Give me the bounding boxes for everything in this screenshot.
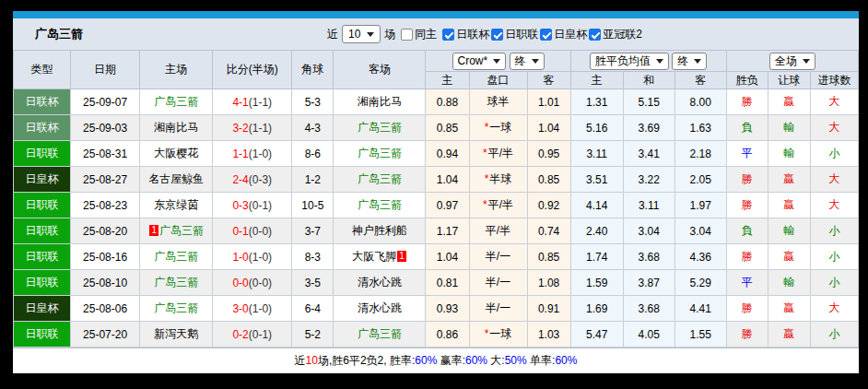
table-row: 日职联25-08-23东京绿茵0-3(0-1)10-5广岛三箭0.97*平/半0… (14, 193, 859, 218)
chevron-down-icon (367, 32, 374, 37)
team-name[interactable]: 神户胜利船 (352, 224, 407, 237)
cell-handicap-home: 0.81 (426, 270, 469, 296)
cell-score: 1-1(1-0) (213, 141, 292, 167)
col-date: 日期 (71, 51, 140, 89)
filter-checkbox[interactable] (491, 29, 503, 41)
team-name[interactable]: 大阪樱花 (154, 147, 198, 159)
cell-result-handicap: 贏 (768, 167, 810, 193)
cell-handicap-home: 0.86 (426, 322, 469, 348)
scope-select[interactable]: 全场 (769, 53, 815, 70)
line-changed-marker: * (483, 198, 487, 211)
cell-handicap-away: 1.04 (527, 115, 570, 141)
subcol-handicap-away: 客 (527, 72, 570, 89)
cell-handicap-home: 1.04 (426, 167, 469, 193)
cell-handicap-away: 0.92 (527, 193, 570, 218)
table-row: 日联杯25-09-07广岛三箭4-1(1-1)5-3湘南比马0.88球半1.01… (14, 89, 859, 115)
cell-score: 3-2(1-1) (213, 115, 292, 141)
accent-bar (13, 11, 859, 18)
team-name[interactable]: 广岛三箭 (358, 121, 402, 134)
cell-score: 0-2(0-1) (213, 322, 292, 348)
team-name[interactable]: 新泻天鹅 (154, 327, 198, 340)
cell-handicap-line: 平/半 (469, 218, 527, 244)
team-name[interactable]: 名古屋鲸鱼 (148, 172, 204, 185)
recent-count-select[interactable]: 10 (342, 25, 381, 43)
title-bar: 广岛三箭 近 10 场 同主 日联杯日职联日皇杯亚冠联2 (13, 18, 859, 50)
cell-result-handicap: 贏 (768, 322, 810, 348)
team-name[interactable]: 东京绿茵 (154, 198, 198, 211)
filter-checkbox[interactable] (442, 29, 454, 41)
subcol-avg-away: 客 (674, 72, 726, 89)
cell-away-team: 大阪飞脚1 (334, 244, 426, 270)
team-name[interactable]: 清水心跳 (358, 301, 402, 314)
team-name[interactable]: 广岛三箭 (154, 276, 198, 289)
team-name[interactable]: 广岛三箭 (154, 301, 198, 314)
cell-date: 25-08-10 (71, 270, 140, 296)
cell-avg-home: 4.14 (570, 193, 623, 218)
team-name[interactable]: 广岛三箭 (358, 147, 402, 159)
handicap-state-select[interactable]: 终 (510, 53, 545, 70)
avg-state-select[interactable]: 终 (672, 53, 707, 70)
cell-handicap-line: 半/一 (469, 270, 527, 296)
cell-date: 25-08-20 (71, 218, 140, 244)
cell-date: 25-08-27 (71, 167, 140, 193)
cell-avg-away: 5.29 (674, 270, 726, 296)
cell-corner: 1-2 (292, 167, 334, 193)
team-name[interactable]: 大阪飞脚 (352, 250, 396, 263)
filter-label: 日联杯 (456, 27, 489, 42)
half-score: (1-1) (249, 96, 272, 109)
cell-away-team: 清水心跳 (334, 270, 426, 296)
filter-checkbox[interactable] (540, 29, 552, 41)
filter-checkbox[interactable] (589, 29, 601, 41)
cell-result-goals: 大 (810, 89, 858, 115)
cell-home-team: 1广岛三箭 (140, 218, 213, 244)
handicap-group-header: Crow* 终 (426, 51, 570, 72)
cell-date: 25-08-06 (71, 296, 140, 322)
cell-league-type: 日联杯 (14, 115, 71, 141)
cell-handicap-line: *一球 (469, 322, 527, 348)
cell-away-team: 清水心跳 (334, 296, 426, 322)
cell-result-handicap: 贏 (768, 296, 810, 322)
cell-home-team: 广岛三箭 (140, 244, 213, 270)
cell-away-team: 广岛三箭 (334, 115, 426, 141)
league-filter-item: 亚冠联2 (589, 27, 642, 42)
cell-corner: 8-6 (292, 141, 334, 167)
full-score: 0-0 (232, 277, 248, 289)
full-score: 2-4 (232, 173, 248, 186)
cell-league-type: 日职联 (14, 141, 71, 167)
team-name[interactable]: 湘南比马 (358, 95, 402, 108)
cell-avg-draw: 3.68 (623, 296, 674, 322)
cell-result-handicap: 贏 (768, 89, 810, 115)
team-name[interactable]: 广岛三箭 (154, 250, 198, 263)
team-name[interactable]: 广岛三箭 (154, 95, 198, 108)
cell-avg-home: 5.47 (570, 322, 623, 348)
cell-date: 25-07-20 (71, 322, 140, 348)
team-name[interactable]: 广岛三箭 (159, 224, 204, 237)
cell-home-team: 广岛三箭 (140, 296, 213, 322)
recent-prefix-label: 近 (327, 27, 338, 42)
full-score: 4-1 (232, 96, 248, 109)
team-name[interactable]: 清水心跳 (358, 276, 402, 289)
team-name[interactable]: 广岛三箭 (358, 327, 402, 340)
cell-handicap-home: 0.85 (426, 115, 469, 141)
cell-result-goals: 小 (810, 270, 858, 296)
rank-badge: 1 (397, 251, 406, 262)
cell-result-goals: 大 (810, 115, 858, 141)
cell-corner: 3-5 (292, 270, 334, 296)
same-home-checkbox[interactable] (401, 29, 413, 41)
cell-avg-home: 1.59 (570, 270, 623, 296)
full-score: 0-2 (232, 328, 248, 341)
team-name[interactable]: 湘南比马 (154, 121, 198, 134)
cell-avg-draw: 3.41 (623, 141, 674, 167)
team-name[interactable]: 广岛三箭 (358, 172, 402, 185)
summary-segment: 单率: (527, 354, 556, 367)
avg-type-select[interactable]: 胜平负均值 (590, 53, 669, 70)
cell-away-team: 广岛三箭 (334, 193, 426, 218)
cell-avg-away: 8.00 (674, 89, 726, 115)
summary-segment: 10 (306, 354, 318, 367)
cell-avg-away: 1.55 (674, 322, 726, 348)
cell-result-goals: 大 (810, 167, 858, 193)
col-type: 类型 (14, 51, 71, 89)
team-name[interactable]: 广岛三箭 (358, 198, 402, 211)
cell-handicap-away: 0.95 (527, 141, 570, 167)
bookmaker-select[interactable]: Crow* (452, 53, 507, 70)
